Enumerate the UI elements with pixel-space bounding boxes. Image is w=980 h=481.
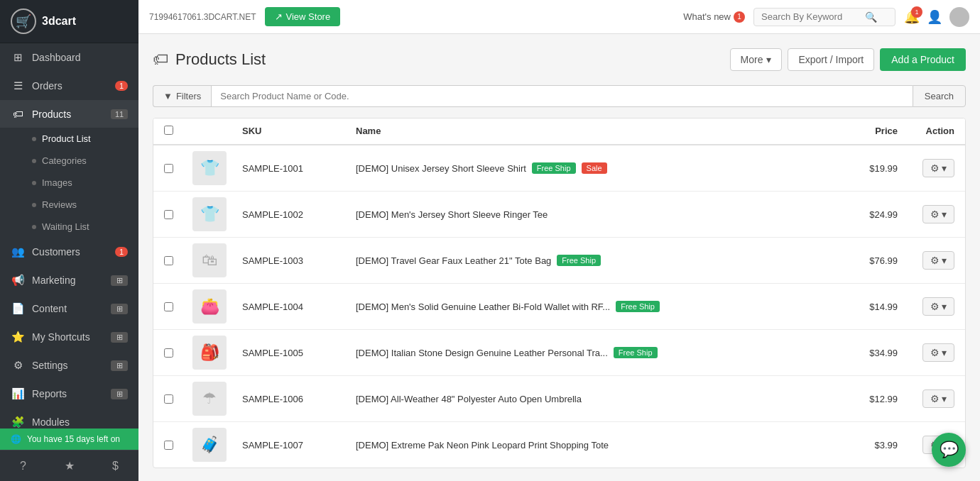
filters-button[interactable]: ▼ Filters <box>153 85 211 107</box>
free-ship-badge: Free Ship <box>616 301 660 312</box>
product-image: ☂ <box>192 382 227 416</box>
product-name: [DEMO] Travel Gear Faux Leather 21" Tote… <box>356 255 551 266</box>
shortcuts-icon: ⭐ <box>11 331 25 343</box>
sidebar-item-my-shortcuts[interactable]: ⭐ My Shortcuts ⊞ <box>0 323 138 351</box>
row-action-button[interactable]: ⚙ ▾ <box>922 251 954 270</box>
export-label: Export / Import <box>798 54 864 65</box>
external-link-icon: ↗ <box>275 11 283 22</box>
main-content-area: 71994617061.3DCART.NET ↗ View Store What… <box>138 0 980 481</box>
table-row: 👕 SAMPLE-1002 [DEMO] Men's Jersey Short … <box>153 192 965 238</box>
subitem-label: Waiting List <box>42 221 89 232</box>
dot-icon <box>32 203 36 207</box>
gear-icon: ⚙ <box>930 347 940 358</box>
sidebar-subitem-waiting-list[interactable]: Waiting List <box>0 216 138 238</box>
filters-label: Filters <box>176 91 201 101</box>
select-all-checkbox[interactable] <box>164 126 173 135</box>
notification-bell[interactable]: 🔔 1 <box>904 9 920 25</box>
sidebar-item-marketing[interactable]: 📢 Marketing ⊞ <box>0 266 138 294</box>
row-select-checkbox[interactable] <box>164 441 173 450</box>
sidebar-subitem-reviews[interactable]: Reviews <box>0 194 138 216</box>
row-select-checkbox[interactable] <box>164 210 173 219</box>
product-name: [DEMO] Men's Jersey Short Sleeve Ringer … <box>356 209 548 220</box>
sidebar-item-settings[interactable]: ⚙ Settings ⊞ <box>0 351 138 380</box>
topbar-icons: 🔔 1 👤 <box>904 7 969 27</box>
sku-cell: SAMPLE-1001 <box>242 163 356 174</box>
row-action-button[interactable]: ⚙ ▾ <box>922 297 954 316</box>
sidebar-subitem-product-list[interactable]: Product List <box>0 128 138 150</box>
topbar-search[interactable]: 🔍 <box>753 8 895 26</box>
sidebar-item-label: Customers <box>32 246 115 258</box>
table-row: 🛍 SAMPLE-1003 [DEMO] Travel Gear Faux Le… <box>153 238 965 284</box>
marketing-badge: ⊞ <box>111 275 128 286</box>
dot-icon <box>32 181 36 185</box>
row-select-checkbox[interactable] <box>164 164 173 173</box>
row-action-button[interactable]: ⚙ ▾ <box>922 205 954 223</box>
product-thumbnail: 👛 <box>192 289 242 324</box>
product-image: 👕 <box>192 197 227 231</box>
row-checkbox[interactable] <box>164 394 192 404</box>
row-checkbox[interactable] <box>164 210 192 219</box>
billing-button[interactable]: $ <box>92 450 138 481</box>
action-cell: ⚙ ▾ <box>898 205 954 223</box>
row-action-button[interactable]: ⚙ ▾ <box>922 389 954 408</box>
sidebar-item-modules[interactable]: 🧩 Modules <box>0 408 138 429</box>
row-select-checkbox[interactable] <box>164 348 173 358</box>
row-checkbox[interactable] <box>164 164 192 173</box>
sale-badge: Sale <box>582 162 607 174</box>
reports-icon: 📊 <box>11 387 25 400</box>
subitem-label: Reviews <box>42 199 77 210</box>
product-name: [DEMO] All-Weather 48" Polyester Auto Op… <box>356 394 582 404</box>
more-button[interactable]: More ▾ <box>730 48 783 71</box>
sidebar-item-label: Modules <box>32 416 128 428</box>
row-action-button[interactable]: ⚙ ▾ <box>922 343 954 362</box>
sidebar-item-orders[interactable]: ☰ Orders 1 <box>0 72 138 100</box>
row-select-checkbox[interactable] <box>164 394 173 404</box>
search-input[interactable] <box>761 11 861 22</box>
sidebar-subitem-images[interactable]: Images <box>0 172 138 194</box>
modules-icon: 🧩 <box>11 416 25 429</box>
row-select-checkbox[interactable] <box>164 302 173 311</box>
avatar[interactable] <box>949 7 969 27</box>
sidebar-item-content[interactable]: 📄 Content ⊞ <box>0 294 138 323</box>
product-image: 🎒 <box>192 336 227 370</box>
product-name: [DEMO] Men's Solid Genuine Leather Bi-Fo… <box>356 302 610 312</box>
view-store-button[interactable]: ↗ View Store <box>265 7 341 26</box>
row-action-button[interactable]: ⚙ ▾ <box>922 159 954 177</box>
help-button[interactable]: ? <box>0 450 46 481</box>
sidebar-subitem-categories[interactable]: Categories <box>0 150 138 172</box>
name-header: Name <box>356 126 812 137</box>
favorite-button[interactable]: ★ <box>46 450 92 481</box>
row-checkbox[interactable] <box>164 348 192 358</box>
sidebar-item-reports[interactable]: 📊 Reports ⊞ <box>0 380 138 408</box>
whats-new[interactable]: What's new 1 <box>683 11 745 23</box>
sidebar-item-dashboard[interactable]: ⊞ Dashboard <box>0 43 138 72</box>
sidebar-item-customers[interactable]: 👥 Customers 1 <box>0 238 138 266</box>
whats-new-badge: 1 <box>734 11 745 23</box>
search-button[interactable]: Search <box>913 85 966 107</box>
export-import-button[interactable]: Export / Import <box>788 48 874 71</box>
sidebar-item-label: Dashboard <box>32 52 128 63</box>
logo-text: 3dcart <box>42 15 76 28</box>
product-thumbnail: ☂ <box>192 382 242 416</box>
product-search-input[interactable] <box>211 85 913 107</box>
row-checkbox[interactable] <box>164 256 192 265</box>
row-checkbox[interactable] <box>164 302 192 311</box>
chevron-icon: ▾ <box>942 209 947 220</box>
logo-icon: 🛒 <box>11 9 36 34</box>
sidebar-item-products[interactable]: 🏷 Products 11 <box>0 100 138 128</box>
product-image: 👛 <box>192 289 227 324</box>
customers-icon: 👥 <box>11 245 25 258</box>
action-cell: ⚙ ▾ <box>898 297 954 316</box>
row-select-checkbox[interactable] <box>164 256 173 265</box>
user-profile-icon[interactable]: 👤 <box>927 9 942 25</box>
shortcuts-badge: ⊞ <box>111 332 128 343</box>
price-header: Price <box>812 126 898 137</box>
topbar: 71994617061.3DCART.NET ↗ View Store What… <box>138 0 980 34</box>
chevron-icon: ▾ <box>942 255 947 266</box>
row-checkbox[interactable] <box>164 441 192 450</box>
marketing-icon: 📢 <box>11 274 25 287</box>
chat-button[interactable]: 💬 <box>932 433 966 467</box>
table-row: 👕 SAMPLE-1001 [DEMO] Unisex Jersey Short… <box>153 145 965 192</box>
add-product-button[interactable]: Add a Product <box>880 48 966 71</box>
sku-cell: SAMPLE-1006 <box>242 394 356 404</box>
